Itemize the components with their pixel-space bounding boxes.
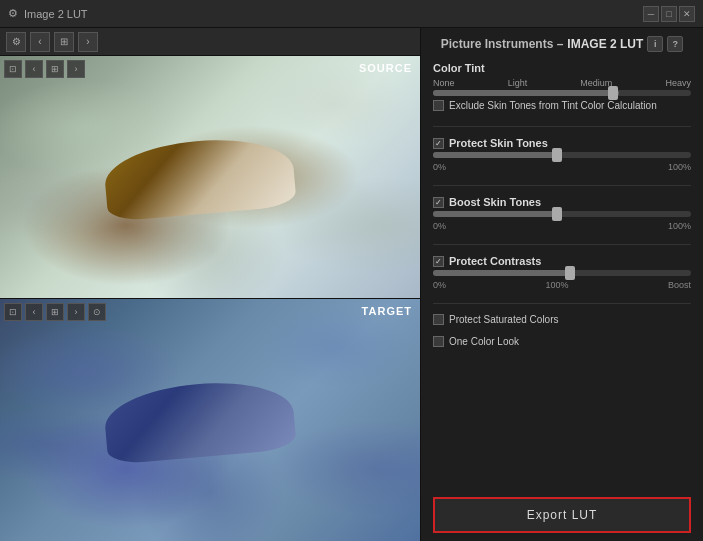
protect-saturated-colors-label: Protect Saturated Colors	[449, 314, 559, 325]
protect-skin-tones-percent-labels: 0% 100%	[433, 162, 691, 172]
boost-skin-tones-row: Boost Skin Tones	[433, 196, 691, 208]
settings-tool-button[interactable]: ⚙	[6, 32, 26, 52]
help-button[interactable]: ?	[667, 36, 683, 52]
boost-skin-tones-percent-labels: 0% 100%	[433, 221, 691, 231]
target-folder-button[interactable]: ⊞	[46, 303, 64, 321]
boost-skin-tones-checkbox[interactable]	[433, 197, 444, 208]
close-button[interactable]: ✕	[679, 6, 695, 22]
exclude-skin-tones-checkbox[interactable]	[433, 100, 444, 111]
target-prev-button[interactable]: ‹	[25, 303, 43, 321]
prev-button[interactable]: ‹	[30, 32, 50, 52]
target-image	[0, 299, 420, 541]
main-layout: ⚙ ‹ ⊞ › ⊡ ‹ ⊞ › SOURCE ⊡ ‹ ⊞ › ⊙	[0, 28, 703, 541]
app-title-bar: Picture Instruments – IMAGE 2 LUT i ?	[433, 36, 691, 52]
info-button[interactable]: i	[647, 36, 663, 52]
target-next-button[interactable]: ›	[67, 303, 85, 321]
divider-1	[433, 126, 691, 127]
one-color-look-checkbox[interactable]	[433, 336, 444, 347]
boost-skin-tones-label: Boost Skin Tones	[449, 196, 541, 208]
source-next-button[interactable]: ›	[67, 60, 85, 78]
protect-saturated-colors-checkbox[interactable]	[433, 314, 444, 325]
maximize-button[interactable]: □	[661, 6, 677, 22]
boost-skin-min-label: 0%	[433, 221, 446, 231]
source-label: SOURCE	[359, 62, 412, 74]
app-title-prefix: Picture Instruments –	[441, 37, 564, 51]
protect-contrasts-checkbox[interactable]	[433, 256, 444, 267]
left-panel: ⚙ ‹ ⊞ › ⊡ ‹ ⊞ › SOURCE ⊡ ‹ ⊞ › ⊙	[0, 28, 420, 541]
protect-saturated-colors-row: Protect Saturated Colors	[433, 314, 691, 325]
protect-skin-tones-section: Protect Skin Tones 0% 100%	[433, 137, 691, 173]
tint-labels: None Light Medium Heavy	[433, 78, 691, 88]
main-toolbar: ⚙ ‹ ⊞ ›	[0, 28, 420, 56]
source-toolbar: ⊡ ‹ ⊞ ›	[4, 60, 85, 78]
divider-4	[433, 303, 691, 304]
folder-button[interactable]: ⊞	[54, 32, 74, 52]
color-tint-slider[interactable]	[433, 90, 691, 96]
app-title-name: IMAGE 2 LUT	[567, 37, 643, 51]
protect-skin-tones-checkbox[interactable]	[433, 138, 444, 149]
boost-skin-tones-slider[interactable]	[433, 211, 691, 217]
target-toolbar: ⊡ ‹ ⊞ › ⊙	[4, 303, 106, 321]
right-panel: Picture Instruments – IMAGE 2 LUT i ? Co…	[420, 28, 703, 541]
source-prev-button[interactable]: ‹	[25, 60, 43, 78]
protect-contrasts-label: Protect Contrasts	[449, 255, 541, 267]
title-bar-left: ⚙ Image 2 LUT	[8, 7, 88, 20]
gear-icon[interactable]: ⚙	[8, 7, 18, 20]
boost-skin-tones-section: Boost Skin Tones 0% 100%	[433, 196, 691, 232]
color-tint-title: Color Tint	[433, 62, 691, 74]
color-tint-section: Color Tint None Light Medium Heavy Exclu…	[433, 62, 691, 114]
protect-skin-tones-row: Protect Skin Tones	[433, 137, 691, 149]
divider-2	[433, 185, 691, 186]
tint-label-heavy: Heavy	[665, 78, 691, 88]
source-folder-button[interactable]: ⊞	[46, 60, 64, 78]
tint-label-none: None	[433, 78, 455, 88]
protect-skin-tones-slider[interactable]	[433, 152, 691, 158]
protect-skin-min-label: 0%	[433, 162, 446, 172]
target-panel: ⊡ ‹ ⊞ › ⊙ TARGET	[0, 299, 420, 541]
protect-contrasts-section: Protect Contrasts 0% 100% Boost	[433, 255, 691, 291]
protect-contrasts-row: Protect Contrasts	[433, 255, 691, 267]
export-lut-button[interactable]: Export LUT	[433, 497, 691, 533]
target-label: TARGET	[362, 305, 412, 317]
one-color-look-label: One Color Look	[449, 336, 519, 347]
next-button[interactable]: ›	[78, 32, 98, 52]
protect-contrasts-slider[interactable]	[433, 270, 691, 276]
protect-contrasts-max-label: Boost	[668, 280, 691, 290]
title-bar: ⚙ Image 2 LUT ─ □ ✕	[0, 0, 703, 28]
divider-3	[433, 244, 691, 245]
window-title: Image 2 LUT	[24, 8, 88, 20]
minimize-button[interactable]: ─	[643, 6, 659, 22]
title-bar-controls: ─ □ ✕	[643, 6, 695, 22]
protect-skin-tones-label: Protect Skin Tones	[449, 137, 548, 149]
source-tool-1[interactable]: ⊡	[4, 60, 22, 78]
exclude-skin-tones-label: Exclude Skin Tones from Tint Color Calcu…	[449, 100, 657, 111]
exclude-skin-tones-row: Exclude Skin Tones from Tint Color Calcu…	[433, 100, 691, 111]
protect-contrasts-percent-labels: 0% 100% Boost	[433, 280, 691, 290]
source-image	[0, 56, 420, 298]
target-eye-button[interactable]: ⊙	[88, 303, 106, 321]
protect-skin-max-label: 100%	[668, 162, 691, 172]
tint-label-light: Light	[508, 78, 528, 88]
protect-contrasts-mid-label: 100%	[545, 280, 568, 290]
one-color-look-row: One Color Look	[433, 336, 691, 347]
target-tool-1[interactable]: ⊡	[4, 303, 22, 321]
boost-skin-max-label: 100%	[668, 221, 691, 231]
protect-contrasts-min-label: 0%	[433, 280, 446, 290]
source-panel: ⊡ ‹ ⊞ › SOURCE	[0, 56, 420, 299]
